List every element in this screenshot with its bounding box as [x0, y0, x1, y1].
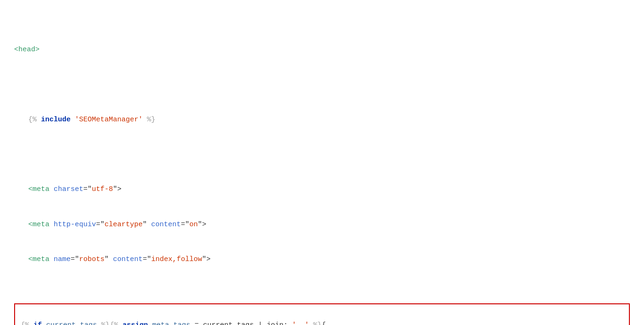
- line-blank2: [14, 149, 630, 161]
- line-meta-robots: <meta name="robots" content="index,follo…: [14, 254, 630, 266]
- line-include-seo: {% include 'SEOMetaManager' %}: [14, 114, 630, 126]
- highlighted-block: {% if current_tags %}{% assign meta_tags…: [14, 303, 630, 325]
- line-if-current-tags: {% if current_tags %}{% assign meta_tags…: [21, 320, 623, 325]
- line-blank1: [14, 79, 630, 91]
- line-meta-charset: <meta charset="utf-8">: [14, 184, 630, 196]
- line-meta-cleartype: <meta http-equiv="cleartype" content="on…: [14, 219, 630, 231]
- code-editor: <head> {% include 'SEOMetaManager' %} <m…: [14, 9, 630, 325]
- line-head-open: <head>: [14, 44, 630, 56]
